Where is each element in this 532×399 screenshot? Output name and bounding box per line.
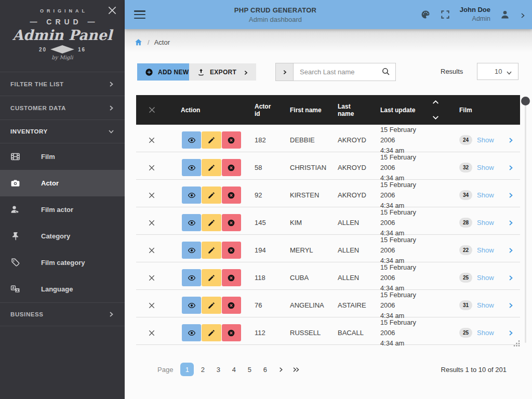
page-button-2[interactable]: 2 [196, 363, 209, 376]
sidebar-item-film[interactable]: Film [0, 143, 125, 170]
show-films-link[interactable]: Show [477, 274, 494, 282]
user-icon[interactable] [500, 9, 510, 20]
clear-selection-icon[interactable] [148, 106, 156, 114]
sidebar-item-film-actor[interactable]: Film actor [0, 196, 125, 223]
sidebar-close-icon[interactable] [107, 5, 117, 16]
search-input[interactable] [294, 63, 376, 81]
sidebar-section-inventory[interactable]: INVENTORY [0, 119, 125, 143]
export-button[interactable]: EXPORT [189, 63, 256, 81]
resize-grip[interactable] [512, 340, 521, 347]
deselect-row-icon[interactable] [148, 302, 155, 309]
view-button[interactable] [182, 297, 201, 314]
sidebar-item-language[interactable]: Language [0, 276, 125, 302]
search-button[interactable] [376, 63, 395, 81]
page-button-4[interactable]: 4 [227, 363, 241, 376]
deselect-row-icon[interactable] [148, 219, 155, 227]
delete-button[interactable] [222, 187, 241, 204]
column-last-update[interactable]: Last update [367, 107, 424, 114]
delete-button[interactable] [222, 324, 241, 341]
actor-id-cell: 182 [241, 136, 276, 144]
show-films-link[interactable]: Show [477, 219, 494, 227]
sidebar-section-filter-the-list[interactable]: FILTER THE LIST [0, 72, 125, 96]
sidebar-item-label: Actor [41, 179, 59, 187]
delete-button[interactable] [222, 214, 241, 231]
user-menu-chevron-icon[interactable] [520, 11, 526, 18]
page-button-6[interactable]: 6 [258, 363, 272, 376]
sidebar: ORIGINAL — CRUD — Admin Panel 20 16 by M… [0, 0, 125, 399]
edit-button[interactable] [202, 187, 221, 204]
sort-asc-icon[interactable] [432, 100, 439, 104]
chevron-right-icon[interactable] [508, 330, 514, 336]
chevron-right-icon [108, 105, 114, 111]
deselect-row-icon[interactable] [148, 192, 155, 199]
show-films-link[interactable]: Show [477, 136, 494, 144]
sidebar-item-category[interactable]: Category [0, 223, 125, 249]
table-scrollbar-thumb[interactable] [521, 97, 530, 105]
sidebar-item-film-category[interactable]: Film category [0, 249, 125, 276]
deselect-row-icon[interactable] [148, 274, 155, 282]
edit-button[interactable] [202, 131, 221, 149]
results-per-page-select[interactable]: 10 [477, 63, 518, 80]
page-button-1[interactable]: 1 [180, 363, 194, 376]
edit-button[interactable] [202, 324, 221, 341]
deselect-row-icon[interactable] [148, 247, 155, 254]
view-button[interactable] [182, 131, 201, 149]
page-button-3[interactable]: 3 [211, 363, 225, 376]
chevron-right-icon[interactable] [508, 165, 514, 171]
fullscreen-icon[interactable] [440, 9, 450, 20]
page-button-5[interactable]: 5 [243, 363, 256, 376]
view-button[interactable] [182, 187, 201, 204]
sidebar-item-actor[interactable]: Actor [0, 170, 125, 196]
table-row: 112 RUSSELL BACALL 15 February 20064:34 … [136, 317, 520, 345]
view-button[interactable] [182, 269, 201, 286]
show-films-link[interactable]: Show [477, 164, 494, 171]
view-button[interactable] [182, 324, 201, 341]
edit-button[interactable] [202, 159, 221, 176]
user-info[interactable]: John Doe Admin [460, 6, 490, 23]
deselect-row-icon[interactable] [148, 137, 155, 144]
show-films-link[interactable]: Show [477, 191, 494, 199]
delete-button[interactable] [222, 131, 241, 149]
view-button[interactable] [182, 214, 201, 231]
chevron-right-icon[interactable] [508, 247, 514, 254]
hamburger-menu-icon[interactable] [134, 10, 145, 19]
next-page-icon[interactable] [274, 363, 287, 376]
delete-button[interactable] [222, 269, 241, 286]
last-page-icon[interactable] [289, 363, 303, 376]
edit-button[interactable] [202, 214, 221, 231]
pencil-icon [207, 164, 216, 172]
last-update-cell: 15 February 20064:34 am [367, 207, 424, 238]
delete-button[interactable] [222, 159, 241, 176]
column-last-name[interactable]: Last name [324, 103, 367, 117]
home-icon[interactable] [134, 38, 143, 47]
app: ORIGINAL — CRUD — Admin Panel 20 16 by M… [0, 0, 532, 399]
palette-icon[interactable] [420, 9, 431, 20]
delete-button[interactable] [222, 242, 241, 259]
sort-desc-icon[interactable] [432, 115, 439, 120]
column-first-name[interactable]: First name [276, 107, 324, 114]
sidebar-section-customer-data[interactable]: CUSTOMER DATA [0, 96, 125, 119]
chevron-right-icon[interactable] [508, 220, 514, 226]
column-actor-id[interactable]: Actor id [241, 103, 276, 117]
table-scrollbar-track[interactable] [525, 98, 526, 343]
deselect-row-icon[interactable] [148, 164, 155, 171]
edit-button[interactable] [202, 242, 221, 259]
view-button[interactable] [182, 242, 201, 259]
delete-button[interactable] [222, 297, 241, 314]
chevron-right-icon[interactable] [508, 302, 514, 309]
last-name-cell: AKROYD [324, 136, 367, 144]
view-button[interactable] [182, 159, 201, 176]
row-actions [182, 159, 241, 176]
show-films-link[interactable]: Show [477, 246, 494, 254]
chevron-right-icon[interactable] [508, 137, 514, 143]
show-films-link[interactable]: Show [477, 301, 494, 309]
edit-button[interactable] [202, 269, 221, 286]
sidebar-section-business[interactable]: BUSINESS [0, 302, 125, 326]
edit-button[interactable] [202, 297, 221, 314]
add-new-button[interactable]: ADD NEW [137, 63, 196, 81]
deselect-row-icon[interactable] [148, 329, 155, 337]
chevron-right-icon[interactable] [508, 275, 514, 281]
search-collapse-button[interactable] [276, 63, 294, 81]
show-films-link[interactable]: Show [477, 329, 494, 337]
chevron-right-icon[interactable] [508, 192, 514, 198]
